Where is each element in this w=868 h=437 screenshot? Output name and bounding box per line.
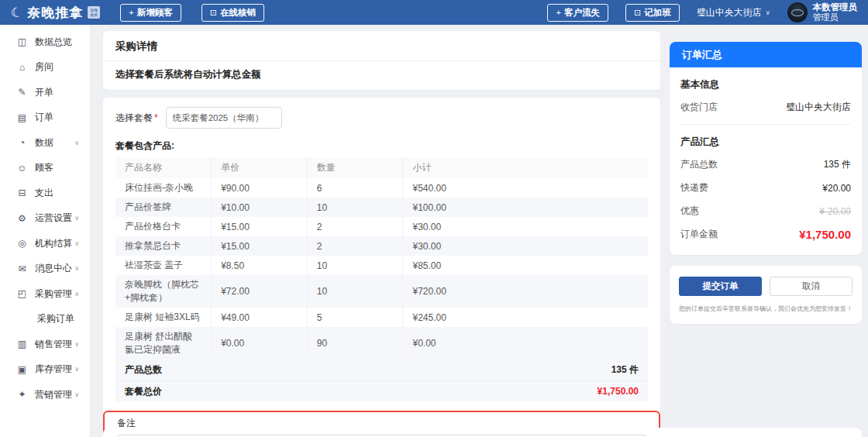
table-column-header: 单价 <box>212 157 308 178</box>
sidebar-item-label: 订单 <box>35 111 53 124</box>
sidebar-item-orders[interactable]: ▤订单 <box>0 105 90 131</box>
summary-row-label: 快递费 <box>680 181 708 194</box>
page-subtitle: 选择套餐后系统将自动计算总金额 <box>115 61 648 90</box>
total-count-value: 135 件 <box>611 363 639 377</box>
sidebar-item-expenses[interactable]: ⊟支出 <box>0 181 90 206</box>
sidebar-item-purchase-management[interactable]: ◰采购管理∧ <box>0 281 90 307</box>
message-icon: ✉ <box>16 263 29 274</box>
order-actions-card: 提交订单 取消 您的订单提交后辛苦联系督导确认，我们会优先为您安排发货！ <box>670 266 862 324</box>
edit-square-icon: ⊡ <box>210 8 217 18</box>
expense-icon: ⊟ <box>16 188 29 198</box>
sidebar-item-message-center[interactable]: ✉消息中心∨ <box>0 256 90 282</box>
sidebar-item-label: 顾客 <box>35 161 53 174</box>
sidebar-item-settlement[interactable]: ◎机构结算∨ <box>0 231 90 256</box>
table-cell: 祛湿茶壶 盖子 <box>115 256 212 275</box>
edit-square-icon: ⊡ <box>634 8 641 18</box>
chevron-down-icon: ∨ <box>74 215 79 222</box>
chevron-down-icon: ∨ <box>74 366 79 373</box>
sidebar-item-inventory-management[interactable]: ▣库存管理∨ <box>0 357 90 383</box>
summary-row: 订单金额¥1,750.00 <box>680 228 851 241</box>
order-summary-title: 订单汇总 <box>670 42 862 67</box>
sidebar-item-label: 数据总览 <box>35 36 72 49</box>
summary-row-label: 产品总数 <box>680 158 718 171</box>
overtime-log-label: 记加班 <box>644 7 671 19</box>
table-total-count-row: 产品总数 135 件 <box>115 360 648 380</box>
marketing-icon: ✦ <box>16 389 29 400</box>
settlement-icon: ◎ <box>16 238 29 249</box>
overtime-log-button[interactable]: ⊡ 记加班 <box>625 4 680 22</box>
total-count-label: 产品总数 <box>125 363 162 377</box>
purchase-form-card: 选择套餐* 套餐包含产品: 产品名称单价数量小计 床位挂画-奈小晚¥90.006… <box>103 98 660 437</box>
products-section-label: 套餐包含产品: <box>115 139 648 153</box>
sidebar-item-sales-management[interactable]: ▥销售管理∨ <box>0 332 90 357</box>
store-row: 收货门店 璧山中央大街店 <box>680 101 851 114</box>
table-cell: ¥30.00 <box>403 217 648 236</box>
plus-icon: + <box>129 8 133 17</box>
dashboard-icon: ◫ <box>16 36 29 47</box>
sidebar-item-rooms[interactable]: ⌂房间 <box>0 55 90 81</box>
summary-row: 产品总数135 件 <box>680 158 851 171</box>
summary-row-value: ¥20.00 <box>822 183 851 194</box>
home-icon: ⌂ <box>16 62 29 73</box>
products-table-header: 产品名称单价数量小计 <box>115 157 648 178</box>
summary-row-value: ¥-20.00 <box>819 206 851 217</box>
product-summary-title: 产品汇总 <box>680 136 851 149</box>
table-cell: ¥0.00 <box>403 327 648 360</box>
table-cell: ¥0.00 <box>212 327 308 360</box>
cancel-button[interactable]: 取消 <box>770 277 852 296</box>
topbar: ☾ 奈晚推拿 奈晚推拿 + 新增顾客 ⊡ 在线核销 + 客户流失 ⊡ 记加班 璧… <box>0 0 868 25</box>
chevron-down-icon: ∨ <box>74 341 79 348</box>
table-cell: ¥8.50 <box>212 256 308 275</box>
products-table-body: 床位挂画-奈小晚¥90.006¥540.00产品价签牌¥10.0010¥100.… <box>115 178 648 360</box>
user-menu[interactable]: 本数管理员 管理员 <box>787 2 858 22</box>
total-price-label: 套餐总价 <box>125 385 162 398</box>
table-cell: ¥72.00 <box>212 275 308 308</box>
package-select-input[interactable] <box>166 107 282 129</box>
submit-hint-text: 您的订单提交后辛苦联系督导确认，我们会优先为您安排发货！ <box>679 305 852 313</box>
table-row: 足康树 短袖3XL码¥49.005¥245.00 <box>115 308 648 327</box>
summary-row-value: ¥1,750.00 <box>799 228 851 241</box>
chevron-down-icon: ∨ <box>74 240 79 247</box>
table-cell: 6 <box>307 178 403 198</box>
online-verify-button[interactable]: ⊡ 在线核销 <box>202 4 264 22</box>
table-cell: 10 <box>307 198 403 217</box>
table-row: 祛湿茶壶 盖子¥8.5010¥85.00 <box>115 256 648 275</box>
table-cell: 10 <box>307 275 403 308</box>
sidebar-item-label: 营销管理 <box>35 388 72 401</box>
summary-rows: 产品总数135 件快递费¥20.00优惠¥-20.00订单金额¥1,750.00 <box>680 158 851 241</box>
chevron-down-icon: ∨ <box>74 139 79 146</box>
table-row: 产品价签牌¥10.0010¥100.00 <box>115 198 648 217</box>
sidebar-item-label: 机构结算 <box>35 237 72 250</box>
sales-icon: ▥ <box>16 339 29 349</box>
sidebar-item-purchase-orders[interactable]: 采购订单 <box>0 307 90 332</box>
sidebar-item-operation-settings[interactable]: ⚙运营设置∨ <box>0 206 90 232</box>
sidebar: ◫数据总览⌂房间✎开单▤订单◔数据∨☺顾客⊟支出⚙运营设置∨◎机构结算∨✉消息中… <box>0 25 91 437</box>
order-list-icon: ▤ <box>16 112 29 123</box>
submit-order-button[interactable]: 提交订单 <box>679 277 762 296</box>
table-cell: ¥15.00 <box>212 236 308 256</box>
table-cell: 推拿禁忌台卡 <box>115 236 212 256</box>
summary-row-value: 135 件 <box>824 158 851 171</box>
new-customer-button[interactable]: + 新增顾客 <box>120 4 181 22</box>
sidebar-item-marketing-management[interactable]: ✦营销管理∨ <box>0 382 90 408</box>
sidebar-item-label: 房间 <box>35 60 53 74</box>
purchase-bag-icon: ◰ <box>16 288 29 299</box>
page-title: 采购详情 <box>115 31 648 60</box>
sidebar-item-label: 采购管理 <box>35 287 72 301</box>
store-selector-label: 璧山中央大街店 <box>697 6 762 19</box>
app-title: 奈晚推拿 <box>27 4 83 22</box>
chevron-down-icon: ∨ <box>766 9 770 16</box>
order-summary-card: 订单汇总 基本信息 收货门店 璧山中央大街店 产品汇总 产品总数135 件快递费… <box>670 42 862 255</box>
table-cell: ¥90.00 <box>212 178 308 198</box>
store-selector[interactable]: 璧山中央大街店 ∨ <box>697 6 770 19</box>
customer-loss-button[interactable]: + 客户流失 <box>547 4 608 22</box>
summary-row-label: 优惠 <box>680 205 699 218</box>
summary-row-label: 订单金额 <box>680 228 718 241</box>
customer-loss-label: 客户流失 <box>564 7 600 19</box>
sidebar-item-label: 销售管理 <box>35 338 72 351</box>
sidebar-item-customers[interactable]: ☺顾客 <box>0 156 90 181</box>
sidebar-item-data[interactable]: ◔数据∨ <box>0 130 90 156</box>
sidebar-item-billing[interactable]: ✎开单 <box>0 80 90 105</box>
sidebar-item-dashboard[interactable]: ◫数据总览 <box>0 29 90 55</box>
avatar <box>787 2 808 22</box>
